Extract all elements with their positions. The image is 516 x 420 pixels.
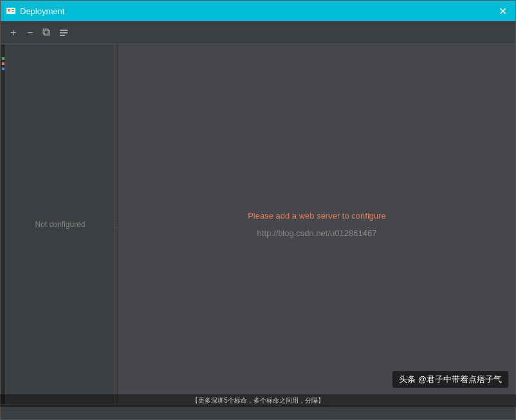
left-edge xyxy=(1,44,6,404)
remove-button[interactable]: − xyxy=(23,25,38,41)
sidebar: Not configured xyxy=(6,44,115,404)
main-content: Not configured ⋮ Please add a web server… xyxy=(1,44,515,404)
add-button[interactable]: + xyxy=(6,25,21,41)
deployment-icon xyxy=(6,6,16,16)
copy-button[interactable] xyxy=(39,25,55,41)
detail-message: Please add a web server to configure xyxy=(248,211,386,221)
svg-rect-4 xyxy=(44,30,50,35)
title-bar-left: Deployment xyxy=(6,6,64,16)
toolbar: + − xyxy=(1,21,515,44)
deployment-window: Deployment ✕ + − xyxy=(0,0,516,420)
detail-panel: Please add a web server to configure htt… xyxy=(118,44,515,404)
window-title: Deployment xyxy=(20,6,64,16)
svg-rect-3 xyxy=(12,11,14,12)
bottom-bar xyxy=(1,404,515,419)
edit-button[interactable] xyxy=(56,25,71,41)
svg-rect-5 xyxy=(43,29,48,34)
title-bar: Deployment ✕ xyxy=(1,1,515,21)
svg-rect-7 xyxy=(60,32,68,33)
svg-rect-6 xyxy=(60,30,68,31)
svg-rect-8 xyxy=(60,35,65,36)
close-button[interactable]: ✕ xyxy=(495,3,510,19)
detail-url: http://blog.csdn.net/u012861467 xyxy=(257,228,377,238)
not-configured-label: Not configured xyxy=(35,220,85,229)
svg-rect-1 xyxy=(8,9,10,12)
svg-rect-2 xyxy=(12,9,14,10)
